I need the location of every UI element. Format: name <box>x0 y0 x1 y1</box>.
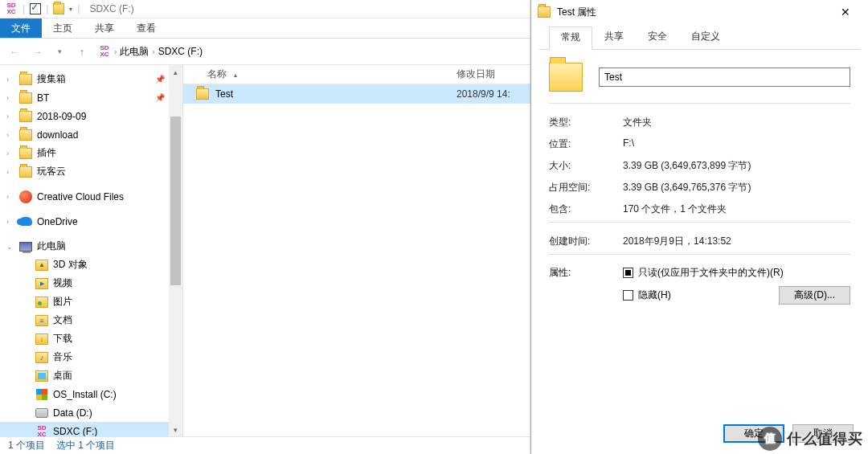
checkbox-icon <box>623 268 633 278</box>
chevron-right-icon[interactable]: › <box>6 218 14 226</box>
desk-icon <box>35 370 48 382</box>
tree-item[interactable]: ›桌面 <box>0 366 182 385</box>
tree-item-label: 玩客云 <box>37 165 66 178</box>
label-type: 类型: <box>549 116 623 129</box>
nav-tree[interactable]: ›搜集箱📌›BT📌›2018-09-09›download›插件›玩客云›Cre… <box>0 65 183 436</box>
checkbox-icon <box>623 290 633 301</box>
tree-item-label: Creative Cloud Files <box>37 191 124 202</box>
file-name: Test <box>215 88 233 100</box>
scroll-thumb[interactable] <box>170 117 181 285</box>
col-name[interactable]: 名称 ▴ <box>183 67 448 81</box>
tree-item[interactable]: ›SDXCSDXC (F:) <box>0 422 182 436</box>
tree-item[interactable]: ›OS_Install (C:) <box>0 385 182 403</box>
file-list[interactable]: 名称 ▴ 修改日期 Test 2018/9/9 14: <box>183 65 530 436</box>
chevron-right-icon[interactable]: › <box>6 168 14 176</box>
tree-item[interactable]: ›OneDrive <box>0 212 182 231</box>
col-date[interactable]: 修改日期 <box>448 67 503 81</box>
checkbox-readonly[interactable]: 只读(仅应用于文件夹中的文件)(R) <box>623 266 850 280</box>
tree-item[interactable]: ›音乐 <box>0 348 182 366</box>
tree-item-label: 图片 <box>53 295 72 309</box>
ribbon-tab-view[interactable]: 查看 <box>125 18 167 38</box>
folder-icon <box>19 129 32 141</box>
scroll-up-icon[interactable]: ▴ <box>169 65 182 79</box>
tree-item[interactable]: ›文档 <box>0 311 182 329</box>
list-header[interactable]: 名称 ▴ 修改日期 <box>183 65 530 84</box>
tree-item[interactable]: ›下载 <box>0 329 182 348</box>
folder-name-input[interactable] <box>599 67 850 87</box>
chevron-right-icon[interactable]: › <box>6 131 14 139</box>
dialog-title: Test 属性 <box>557 6 596 19</box>
tree-item[interactable]: ›搜集箱📌 <box>0 70 182 88</box>
dialog-titlebar[interactable]: Test 属性 ✕ <box>531 0 868 24</box>
col-name-label: 名称 <box>207 68 227 80</box>
tree-item-label: 音乐 <box>53 350 72 364</box>
tree-item[interactable]: ›2018-09-09 <box>0 107 182 125</box>
tree-item[interactable]: ›Creative Cloud Files <box>0 187 182 206</box>
window-title: SDXC (F:) <box>89 3 133 14</box>
tree-item-label: download <box>37 129 78 141</box>
nav-forward-button[interactable]: → <box>27 42 47 61</box>
status-item-count: 1 个项目 <box>8 439 45 452</box>
separator <box>549 222 850 223</box>
tree-scrollbar[interactable]: ▴▾ <box>169 65 182 436</box>
ribbon-tab-file[interactable]: 文件 <box>0 18 42 38</box>
label-contains: 包含: <box>549 202 623 216</box>
tree-item-label: 文档 <box>53 313 72 327</box>
tree-item[interactable]: ›BT📌 <box>0 88 182 107</box>
tree-item-label: 此电脑 <box>37 239 66 253</box>
chevron-right-icon[interactable]: › <box>6 112 14 121</box>
tab-general[interactable]: 常规 <box>549 27 592 50</box>
chevron-right-icon[interactable]: › <box>6 149 14 157</box>
dialog-close-button[interactable]: ✕ <box>829 0 862 24</box>
advanced-button[interactable]: 高级(D)... <box>779 286 850 305</box>
qat-dropdown-icon[interactable]: ▾ <box>69 6 72 13</box>
dl-icon <box>35 333 48 345</box>
vid-icon <box>35 278 48 289</box>
nav-history-dropdown[interactable]: ▾ <box>50 42 69 61</box>
tree-item[interactable]: ›插件 <box>0 144 182 162</box>
tab-customize[interactable]: 自定义 <box>679 26 732 49</box>
tab-sharing[interactable]: 共享 <box>592 26 636 49</box>
checkbox-hidden[interactable]: 隐藏(H) <box>623 288 671 302</box>
file-date: 2018/9/9 14: <box>448 88 518 100</box>
tree-item[interactable]: ›图片 <box>0 292 182 311</box>
folder-icon <box>19 111 32 122</box>
nav-back-button[interactable]: ← <box>5 42 24 61</box>
tree-item[interactable]: ⌄此电脑 <box>0 237 182 256</box>
tree-item-label: 3D 对象 <box>53 258 88 272</box>
chevron-right-icon[interactable]: › <box>6 193 14 201</box>
tree-item-label: Data (D:) <box>53 407 92 419</box>
tree-item-label: 2018-09-09 <box>37 111 86 122</box>
folder-icon <box>19 74 32 85</box>
nav-up-button[interactable]: ↑ <box>72 42 92 61</box>
chevron-right-icon[interactable]: › <box>6 94 14 102</box>
ribbon-tab-share[interactable]: 共享 <box>84 18 125 38</box>
value-sizedisk: 3.39 GB (3,649,765,376 字节) <box>623 181 850 194</box>
tab-security[interactable]: 安全 <box>636 26 679 49</box>
qat-properties-icon[interactable] <box>30 3 41 14</box>
breadcrumb-drive[interactable]: SDXC (F:) <box>155 46 206 57</box>
list-row[interactable]: Test 2018/9/9 14: <box>183 84 530 104</box>
sort-indicator-icon: ▴ <box>234 72 237 79</box>
value-type: 文件夹 <box>623 116 850 129</box>
chevron-right-icon[interactable]: › <box>6 76 14 84</box>
folder-icon <box>19 166 32 178</box>
doc-icon <box>35 315 48 326</box>
watermark-text: 什么值得买 <box>787 429 863 448</box>
tree-item[interactable]: ›Data (D:) <box>0 403 182 422</box>
tree-item[interactable]: ›视频 <box>0 274 182 292</box>
mus-icon <box>35 352 48 363</box>
tree-item[interactable]: ›玩客云 <box>0 162 182 181</box>
qat-separator-2: | <box>46 3 48 14</box>
scroll-down-icon[interactable]: ▾ <box>169 423 182 436</box>
tree-item[interactable]: ›3D 对象 <box>0 256 182 274</box>
tree-item[interactable]: ›download <box>0 125 182 144</box>
value-contains: 170 个文件，1 个文件夹 <box>623 202 850 216</box>
app-icon: SDXC <box>5 2 18 15</box>
breadcrumb-thispc[interactable]: 此电脑 <box>117 45 152 59</box>
tree-item-label: OS_Install (C:) <box>53 389 117 400</box>
ribbon-tab-home[interactable]: 主页 <box>42 18 84 38</box>
tree-item-label: 搜集箱 <box>37 72 66 86</box>
chevron-down-icon[interactable]: ⌄ <box>6 243 14 251</box>
qat-newfolder-icon[interactable] <box>53 3 64 14</box>
